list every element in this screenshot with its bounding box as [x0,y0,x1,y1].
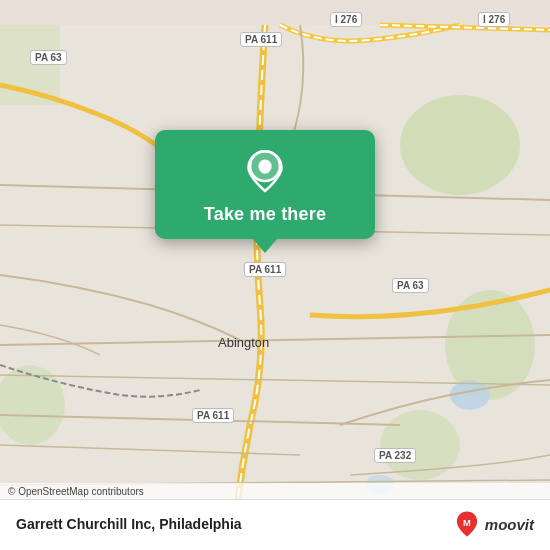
moovit-logo: M moovit [453,510,534,538]
bottom-bar: Garrett Churchill Inc, Philadelphia M mo… [0,499,550,550]
map-container: PA 611 PA 63 I 276 I 276 PA 611 PA 63 PA… [0,0,550,550]
road-label-pa611-north: PA 611 [240,32,282,47]
road-label-pa611-south: PA 611 [192,408,234,423]
location-pin-icon [241,148,289,196]
attribution: © OpenStreetMap contributors [0,483,550,500]
moovit-icon: M [453,510,481,538]
take-me-there-popup[interactable]: Take me there [155,130,375,239]
svg-text:M: M [463,518,471,528]
moovit-text: moovit [485,516,534,533]
location-title: Garrett Churchill Inc, Philadelphia [16,516,242,532]
take-me-there-label: Take me there [204,204,326,225]
place-label-abington: Abington [218,335,269,350]
road-label-i276-e: I 276 [478,12,510,27]
svg-point-1 [400,95,520,195]
road-label-i276-ne: I 276 [330,12,362,27]
road-label-pa63-nw: PA 63 [30,50,67,65]
road-label-pa232: PA 232 [374,448,416,463]
svg-point-18 [259,162,271,174]
road-label-pa611-mid: PA 611 [244,262,286,277]
road-label-pa63-east: PA 63 [392,278,429,293]
